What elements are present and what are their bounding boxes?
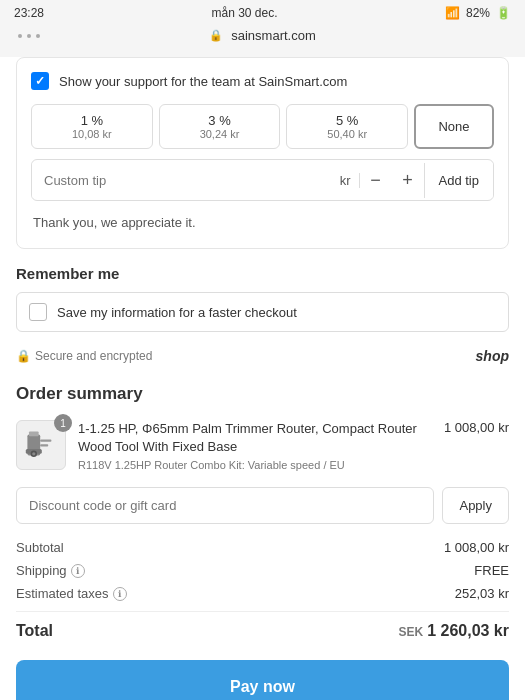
summary-divider <box>16 611 509 612</box>
status-bar: 23:28 mån 30 dec. 📶 82% 🔋 <box>0 0 525 24</box>
taxes-row: Estimated taxes ℹ 252,03 kr <box>16 586 509 601</box>
tip-plus-btn[interactable]: + <box>392 160 424 200</box>
browser-dot-1 <box>18 34 22 38</box>
secure-text: 🔒 Secure and encrypted <box>16 349 152 363</box>
subtotal-value: 1 008,00 kr <box>444 540 509 555</box>
shipping-value: FREE <box>474 563 509 578</box>
url-text: sainsmart.com <box>231 28 316 43</box>
total-currency: SEK <box>398 625 423 639</box>
remember-label: Save my information for a faster checkou… <box>57 305 297 320</box>
discount-input[interactable] <box>16 487 434 524</box>
total-row: Total SEK1 260,03 kr <box>16 622 509 640</box>
apply-button[interactable]: Apply <box>442 487 509 524</box>
tip-minus-btn[interactable]: − <box>360 160 392 200</box>
order-summary-title: Order summary <box>16 384 509 404</box>
total-amount: 1 260,03 kr <box>427 622 509 639</box>
remember-me-section: Remember me Save my information for a fa… <box>16 265 509 332</box>
svg-point-4 <box>32 452 35 455</box>
product-variant: R118V 1.25HP Router Combo Kit: Variable … <box>78 459 432 471</box>
browser-dot-2 <box>27 34 31 38</box>
support-checkbox[interactable] <box>31 72 49 90</box>
tip-5-amount: 50,40 kr <box>291 128 403 140</box>
tip-controls: − + <box>360 160 424 200</box>
battery-percent: 82% <box>466 6 490 20</box>
tip-5-percent-label: 5 % <box>291 113 403 128</box>
tip-none-btn[interactable]: None <box>414 104 494 149</box>
subtotal-label: Subtotal <box>16 540 64 555</box>
svg-rect-1 <box>29 431 39 436</box>
wifi-icon: 📶 <box>445 6 460 20</box>
tip-3-percent-btn[interactable]: 3 % 30,24 kr <box>159 104 281 149</box>
support-text: Show your support for the team at SainSm… <box>59 74 347 89</box>
tip-1-amount: 10,08 kr <box>36 128 148 140</box>
product-badge: 1 <box>54 414 72 432</box>
shipping-label: Shipping ℹ <box>16 563 85 578</box>
browser-bar: 🔒 sainsmart.com <box>0 24 525 49</box>
custom-tip-row: kr − + Add tip <box>31 159 494 201</box>
product-image-container: 1 <box>16 420 66 470</box>
shop-logo: shop <box>476 348 509 364</box>
subtotal-row: Subtotal 1 008,00 kr <box>16 540 509 555</box>
shipping-row: Shipping ℹ FREE <box>16 563 509 578</box>
taxes-value: 252,03 kr <box>455 586 509 601</box>
status-time: 23:28 <box>14 6 44 20</box>
product-price: 1 008,00 kr <box>444 420 509 435</box>
discount-row: Apply <box>16 487 509 524</box>
lock-secure-icon: 🔒 <box>16 349 31 363</box>
browser-dot-3 <box>36 34 40 38</box>
add-tip-button[interactable]: Add tip <box>424 163 493 198</box>
custom-tip-input[interactable] <box>32 163 332 198</box>
product-name: 1-1.25 HP, Φ65mm Palm Trimmer Router, Co… <box>78 420 432 456</box>
tip-1-percent-btn[interactable]: 1 % 10,08 kr <box>31 104 153 149</box>
total-label: Total <box>16 622 53 640</box>
battery-icon: 🔋 <box>496 6 511 20</box>
thank-you-text: Thank you, we appreciate it. <box>31 211 494 234</box>
secure-label: Secure and encrypted <box>35 349 152 363</box>
tip-3-amount: 30,24 kr <box>164 128 276 140</box>
remember-checkbox[interactable] <box>29 303 47 321</box>
product-row: 1 1-1.25 HP, Φ65mm Palm Trimmer Router, … <box>16 420 509 471</box>
taxes-info-icon[interactable]: ℹ <box>113 587 127 601</box>
currency-label: kr <box>332 173 360 188</box>
shipping-info-icon[interactable]: ℹ <box>71 564 85 578</box>
lock-icon: 🔒 <box>209 29 223 42</box>
tip-5-percent-btn[interactable]: 5 % 50,40 kr <box>286 104 408 149</box>
tip-3-percent-label: 3 % <box>164 113 276 128</box>
taxes-label: Estimated taxes ℹ <box>16 586 127 601</box>
svg-rect-6 <box>40 444 48 446</box>
tip-section: Show your support for the team at SainSm… <box>16 57 509 249</box>
remember-checkbox-row[interactable]: Save my information for a faster checkou… <box>16 292 509 332</box>
status-day: mån 30 dec. <box>211 6 277 20</box>
tip-1-percent-label: 1 % <box>36 113 148 128</box>
remember-me-title: Remember me <box>16 265 509 282</box>
status-right: 📶 82% 🔋 <box>445 6 511 20</box>
main-content: Show your support for the team at SainSm… <box>0 57 525 700</box>
tip-buttons: 1 % 10,08 kr 3 % 30,24 kr 5 % 50,40 kr N… <box>31 104 494 149</box>
svg-rect-5 <box>40 439 51 441</box>
secure-row: 🔒 Secure and encrypted shop <box>16 348 509 364</box>
tip-none-label: None <box>438 119 469 134</box>
support-row[interactable]: Show your support for the team at SainSm… <box>31 72 494 90</box>
pay-now-button[interactable]: Pay now <box>16 660 509 700</box>
product-info: 1-1.25 HP, Φ65mm Palm Trimmer Router, Co… <box>78 420 432 471</box>
total-value: SEK1 260,03 kr <box>398 622 509 640</box>
